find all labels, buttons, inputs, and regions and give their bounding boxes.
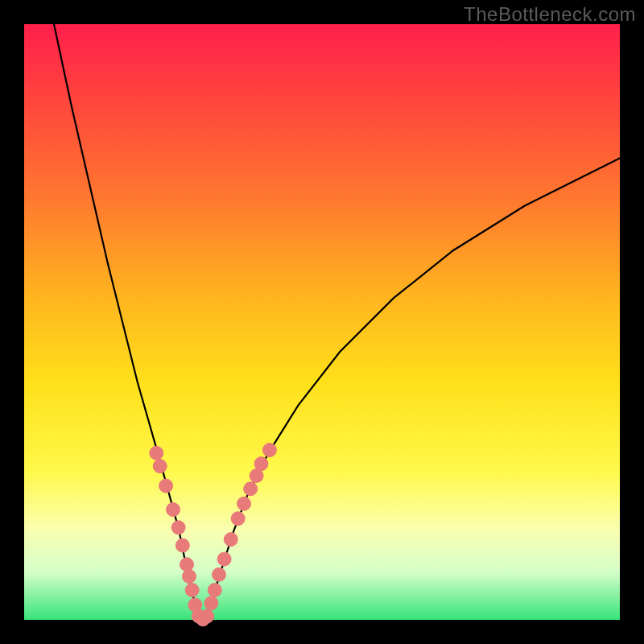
- marker-dot: [212, 568, 225, 581]
- marker-dot: [217, 552, 231, 566]
- marker-dot: [153, 460, 167, 473]
- marker-dot: [224, 533, 237, 547]
- plot-area: [24, 24, 620, 620]
- marker-dot: [171, 521, 185, 535]
- marker-dot: [262, 444, 276, 457]
- marker-dot: [185, 584, 199, 597]
- marker-group: [150, 444, 277, 626]
- marker-dot: [180, 558, 194, 572]
- marker-dot: [150, 446, 163, 460]
- marker-dot: [244, 482, 258, 496]
- chart-svg: [24, 24, 620, 620]
- marker-dot: [182, 569, 196, 583]
- marker-dot: [167, 503, 180, 517]
- marker-dot: [237, 497, 251, 510]
- marker-dot: [175, 539, 189, 552]
- curve-right-branch: [207, 159, 620, 617]
- marker-dot: [159, 479, 173, 493]
- marker-dot: [208, 584, 221, 597]
- marker-dot: [231, 512, 245, 526]
- marker-dot: [254, 457, 268, 471]
- marker-dot: [200, 609, 214, 623]
- watermark-label: TheBottleneck.com: [464, 3, 636, 26]
- marker-dot: [204, 597, 218, 610]
